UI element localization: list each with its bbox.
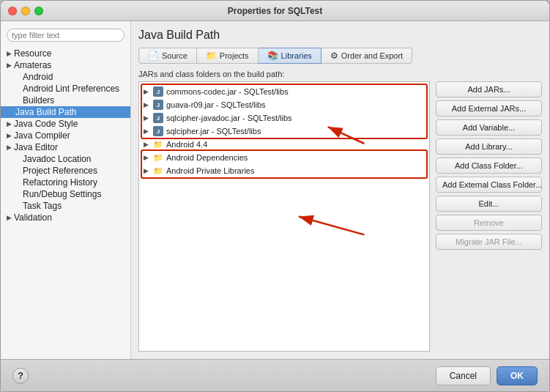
expand-arrow-icon: ▶ [144,127,149,135]
library-item-label: Android Private Libraries [166,166,254,175]
tab-source[interactable]: 📄Source [138,48,197,64]
sidebar-item[interactable]: ▶Java Editor [1,141,130,153]
library-item-label: guava-r09.jar - SQLTest/libs [166,100,266,109]
sidebar-item[interactable]: Builders [1,95,130,106]
panel-label: JARs and class folders on the build path… [138,70,542,78]
library-tree[interactable]: ▶Jcommons-codec.jar - SQLTest/libs▶Jguav… [138,81,430,352]
sidebar-item-label: Run/Debug Settings [23,189,101,199]
library-item[interactable]: ▶Jguava-r09.jar - SQLTest/libs [139,98,429,111]
sidebar-item[interactable]: Refactoring History [1,177,130,188]
sidebar-tree: ▶Resource▶AmaterasAndroidAndroid Lint Pr… [1,48,130,223]
expand-arrow-icon: ▶ [144,167,149,174]
action-button-add-class-folder---[interactable]: Add Class Folder... [436,158,542,174]
minimize-button[interactable] [21,7,30,15]
sidebar-item[interactable]: ▶Amateras [1,59,130,71]
sidebar-item[interactable]: ▶Resource [1,48,130,59]
sidebar-item-label: Java Compiler [14,130,70,141]
action-button-add-external-jars---[interactable]: Add External JARs... [436,100,542,117]
main-panel: Java Build Path 📄Source📁Projects📚Librari… [131,21,549,359]
action-button-migrate-jar-file---: Migrate JAR File... [436,234,542,250]
library-item-label: Android Dependencies [166,153,248,162]
sidebar-item[interactable]: ▶Java Code Style [1,118,130,130]
sidebar-item[interactable]: Javadoc Location [1,153,130,165]
library-item[interactable]: ▶📁Android Dependencies [139,151,429,164]
folder-icon: 📁 [153,166,163,176]
library-item[interactable]: ▶Jcommons-codec.jar - SQLTest/libs [139,85,429,98]
jar-icon: J [153,126,163,136]
tab-label: Libraries [281,51,312,60]
library-item[interactable]: ▶📁Android 4.4 [139,138,429,151]
tab-icon: 📚 [267,51,278,61]
tab-libraries[interactable]: 📚Libraries [259,48,322,64]
sidebar-item-label: Java Build Path [15,107,76,117]
expand-arrow-icon: ▶ [144,101,149,108]
library-item[interactable]: ▶Jsqlcipher-javadoc.jar - SQLTest/libs [139,111,429,125]
tab-label: Source [162,51,187,60]
titlebar: Properties for SQLTest [1,1,549,21]
action-button-add-variable---[interactable]: Add Variable... [436,119,542,136]
jar-icon: J [153,86,163,97]
tab-label: Projects [220,51,249,60]
tab-icon: 📄 [148,51,159,61]
library-item[interactable]: ▶📁Android Private Libraries [139,164,429,177]
library-item[interactable]: ▶Jsqlcipher.jar - SQLTest/libs [139,125,429,138]
expand-arrow-icon: ▶ [144,141,149,148]
sidebar-item[interactable]: Project References [1,165,130,177]
cancel-button[interactable]: Cancel [436,366,491,385]
tab-order-and-export[interactable]: ⚙Order and Export [322,48,412,64]
filter-input[interactable] [7,29,125,42]
footer-buttons: Cancel OK [436,366,538,385]
content-area: ▶Resource▶AmaterasAndroidAndroid Lint Pr… [1,21,549,359]
sidebar-item-label: Task Tags [23,201,62,211]
expand-arrow-icon: ▶ [144,114,149,122]
panel-left-wrapper: ▶Jcommons-codec.jar - SQLTest/libs▶Jguav… [138,81,430,352]
library-item-label: commons-codec.jar - SQLTest/libs [166,87,289,96]
folder-icon: 📁 [153,152,163,163]
action-button-add-library---[interactable]: Add Library... [436,138,542,155]
action-button-edit---[interactable]: Edit... [436,196,542,212]
sidebar-item[interactable]: Run/Debug Settings [1,188,130,200]
sidebar-item-label: Refactoring History [23,177,97,188]
sidebar-item[interactable]: ▶Java Compiler [1,130,130,141]
panel-right-buttons: Add JARs...Add External JARs...Add Varia… [436,81,542,352]
action-button-remove: Remove [436,215,542,231]
panel-area: ▶Jcommons-codec.jar - SQLTest/libs▶Jguav… [138,81,542,352]
sidebar-item-label: Javadoc Location [23,154,91,164]
sidebar-item-label: Android Lint Preferences [23,84,119,94]
sidebar-item[interactable]: ▶Validation [1,212,130,223]
sidebar-item-label: Builders [23,95,54,106]
sidebar: ▶Resource▶AmaterasAndroidAndroid Lint Pr… [1,21,131,359]
footer: ? Cancel OK [1,359,549,391]
help-button[interactable]: ? [12,368,29,384]
expand-arrow-icon: ▶ [144,154,149,161]
action-button-add-jars---[interactable]: Add JARs... [436,81,542,97]
main-window: Properties for SQLTest ▶Resource▶Amatera… [0,0,550,392]
sidebar-item[interactable]: Task Tags [1,200,130,212]
tab-icon: 📁 [206,51,217,61]
ok-button[interactable]: OK [497,366,538,385]
folder-icon: 📁 [153,139,163,149]
traffic-lights [8,7,43,15]
sidebar-item-label: Amateras [14,60,51,70]
tab-icon: ⚙ [330,51,338,61]
sidebar-item[interactable]: Android Lint Preferences [1,83,130,95]
sidebar-item-label: Android [23,72,53,82]
library-item-label: sqlcipher-javadoc.jar - SQLTest/libs [166,114,292,122]
tab-projects[interactable]: 📁Projects [197,48,259,64]
sidebar-item[interactable]: Android [1,71,130,83]
expand-arrow-icon: ▶ [144,88,149,95]
tabs-bar: 📄Source📁Projects📚Libraries⚙Order and Exp… [138,48,542,64]
action-button-add-external-class-folder---[interactable]: Add External Class Folder... [436,177,542,193]
window-title: Properties for SQLTest [228,6,323,16]
jar-icon: J [153,100,163,110]
maximize-button[interactable] [34,7,43,15]
sidebar-item-label: Java Editor [14,142,58,152]
sidebar-item-label: Java Code Style [14,119,78,129]
sidebar-item-label: Validation [14,212,52,223]
close-button[interactable] [8,7,17,15]
tab-label: Order and Export [341,51,403,60]
sidebar-item[interactable]: Java Build Path [1,106,130,118]
sidebar-item-label: Project References [23,166,97,176]
jar-icon: J [153,113,163,123]
library-item-label: sqlcipher.jar - SQLTest/libs [166,127,261,136]
